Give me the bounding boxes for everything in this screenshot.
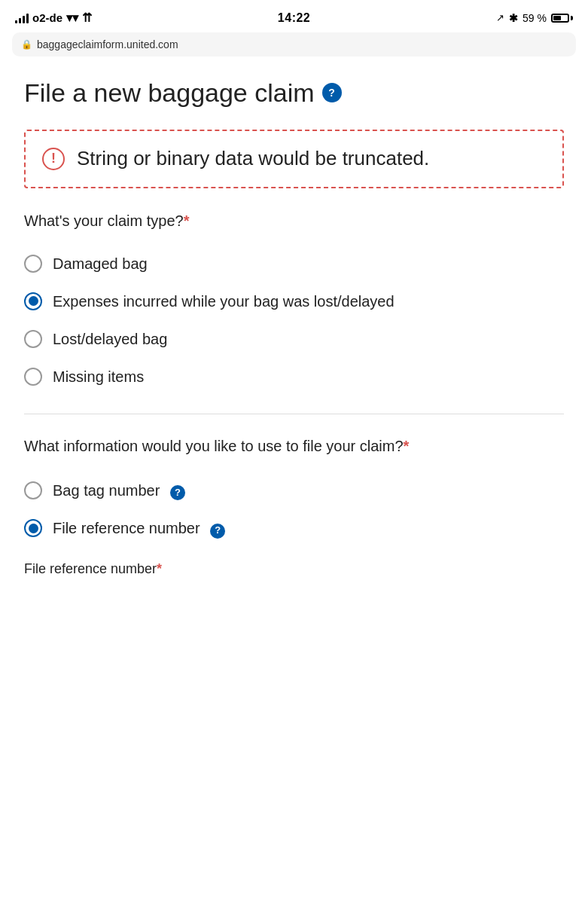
radio-option-expenses[interactable]: Expenses incurred while your bag was los… [24,282,564,320]
required-star-1: * [184,212,190,229]
radio-expenses-label: Expenses incurred while your bag was los… [53,292,395,311]
claim-type-section: What's your claim type?* Damaged bag Exp… [24,212,564,396]
radio-file-ref-label: File reference number ? [53,518,225,538]
page-help-icon[interactable]: ? [322,83,342,102]
radio-expenses-circle [24,292,42,310]
file-info-radio-group: Bag tag number ? File reference number ? [24,472,564,548]
wifi-icon: ▾▾ [66,11,78,25]
carrier-label: o2-de [32,11,62,24]
radio-bag-tag-circle [24,481,42,499]
claim-type-radio-group: Damaged bag Expenses incurred while your… [24,245,564,396]
lock-icon: 🔒 [21,39,32,50]
main-content: File a new baggage claim ? ! String or b… [0,56,588,607]
claim-type-label: What's your claim type?* [24,212,564,230]
battery-percent: 59 % [522,12,547,24]
url-text: baggageclaimform.united.com [37,38,178,50]
radio-option-lost[interactable]: Lost/delayed bag [24,320,564,358]
radio-lost-label: Lost/delayed bag [53,329,167,349]
file-info-section: What information would you like to use t… [24,435,564,548]
location-icon: ↗ [496,12,504,23]
battery-icon [551,14,573,23]
radio-option-file-ref[interactable]: File reference number ? [24,509,564,547]
error-exclamation-icon: ! [42,148,65,170]
signal-bars-icon [15,13,29,23]
file-info-label: What information would you like to use t… [24,435,564,457]
section-divider [24,414,564,414]
status-bar: o2-de ▾▾ ⇈ 14:22 ↗ ✱ 59 % [0,0,588,29]
wifi-symbol: ⇈ [82,11,92,25]
required-star-2: * [404,438,410,454]
radio-option-damaged[interactable]: Damaged bag [24,245,564,282]
address-bar[interactable]: 🔒 baggageclaimform.united.com [12,32,576,56]
bag-tag-help-icon[interactable]: ? [170,485,185,500]
radio-file-ref-circle [24,519,42,537]
radio-missing-label: Missing items [53,367,144,386]
required-star-3: * [157,561,162,576]
page-title-text: File a new baggage claim [24,78,315,108]
page-title-container: File a new baggage claim ? [24,78,564,108]
status-bar-right: ↗ ✱ 59 % [496,12,573,24]
error-box: ! String or binary data would be truncat… [24,130,564,188]
file-ref-help-icon[interactable]: ? [210,524,225,539]
radio-option-bag-tag[interactable]: Bag tag number ? [24,472,564,509]
status-bar-left: o2-de ▾▾ ⇈ [15,11,92,25]
file-reference-field-label: File reference number* [24,561,564,577]
radio-missing-circle [24,368,42,386]
time-display: 14:22 [278,11,310,25]
radio-damaged-circle [24,255,42,273]
radio-lost-circle [24,330,42,348]
radio-bag-tag-label: Bag tag number ? [53,481,185,500]
radio-option-missing[interactable]: Missing items [24,358,564,396]
radio-damaged-label: Damaged bag [53,254,148,273]
error-message: String or binary data would be truncated… [77,146,429,172]
bluetooth-icon: ✱ [509,12,518,24]
